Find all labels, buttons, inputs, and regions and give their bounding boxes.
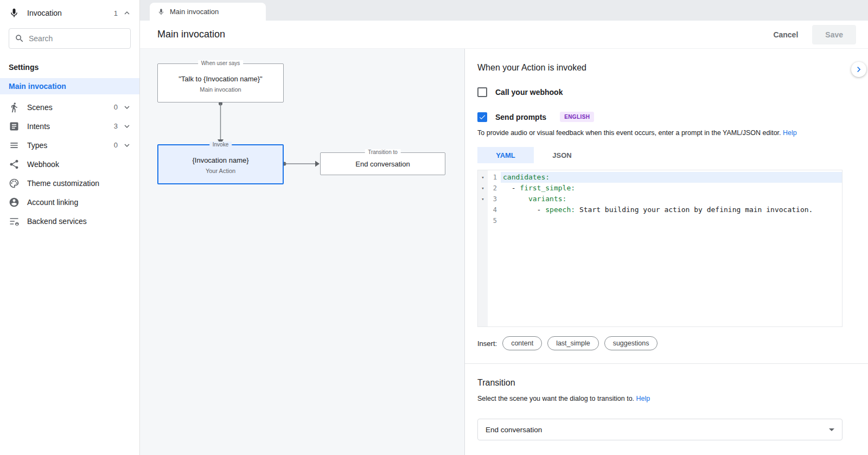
node-invoke[interactable]: Invoke {Invocation name} Your Action bbox=[157, 144, 284, 184]
scenes-count: 0 bbox=[114, 103, 118, 111]
invocation-panel: When your Action is invoked Call your we… bbox=[465, 49, 868, 455]
node-caption: Transition to bbox=[365, 149, 401, 155]
code-text: candidates: bbox=[501, 172, 842, 183]
collapse-panel-button[interactable] bbox=[851, 62, 866, 77]
app-window: Invocation 1 Settings Main invocation Sc… bbox=[0, 0, 868, 455]
chevron-right-icon bbox=[853, 64, 864, 75]
sidebar-webhook-label: Webhook bbox=[27, 160, 59, 169]
chevron-down-icon[interactable] bbox=[122, 121, 132, 131]
tab-label: Main invocation bbox=[170, 8, 219, 16]
insert-suggestions-chip[interactable]: suggestions bbox=[604, 336, 658, 350]
transition-select[interactable]: End conversation bbox=[477, 419, 843, 440]
sidebar-invocation-label: Invocation bbox=[27, 9, 62, 17]
sidebar-item-scenes[interactable]: Scenes 0 bbox=[0, 98, 139, 117]
sidebar-item-main-invocation[interactable]: Main invocation bbox=[0, 78, 139, 94]
account-circle-icon bbox=[9, 197, 20, 208]
sidebar-main-invocation-label: Main invocation bbox=[9, 82, 66, 91]
sidebar-item-backend-services[interactable]: Backend services bbox=[0, 212, 139, 230]
sidebar-item-types[interactable]: Types 0 bbox=[0, 136, 139, 155]
prompt-description-text: To provide audio or visual feedback when… bbox=[477, 129, 781, 137]
sidebar-account-linking-label: Account linking bbox=[27, 198, 78, 207]
tab-yaml[interactable]: YAML bbox=[477, 147, 534, 163]
main-area: Main invocation Main invocation Cancel S… bbox=[140, 0, 868, 455]
node-title: {Invocation name} bbox=[158, 156, 283, 164]
chevron-down-icon[interactable] bbox=[122, 140, 132, 150]
transition-help-link[interactable]: Help bbox=[636, 395, 650, 402]
transition-description: Select the scene you want the dialog to … bbox=[477, 395, 843, 402]
transition-title: Transition bbox=[477, 378, 843, 388]
sidebar-intents-label: Intents bbox=[27, 122, 50, 131]
language-badge: ENGLISH bbox=[560, 112, 594, 122]
node-caption: Invoke bbox=[209, 142, 232, 148]
tab-strip: Main invocation bbox=[140, 0, 868, 21]
insert-last-simple-chip[interactable]: last_simple bbox=[547, 336, 599, 350]
sidebar-item-theme-customization[interactable]: Theme customization bbox=[0, 174, 139, 193]
search-input[interactable] bbox=[29, 34, 125, 43]
intents-count: 3 bbox=[114, 122, 118, 130]
line-number: 2 bbox=[488, 183, 501, 194]
line-number: 4 bbox=[488, 204, 501, 215]
send-prompts-label: Send prompts bbox=[495, 113, 546, 121]
transition-description-text: Select the scene you want the dialog to … bbox=[477, 395, 634, 402]
sidebar-nav-group: Scenes 0 Intents 3 Types 0 bbox=[0, 98, 139, 230]
cancel-button[interactable]: Cancel bbox=[765, 26, 806, 43]
sidebar-theme-label: Theme customization bbox=[27, 179, 99, 188]
search-box bbox=[9, 28, 131, 49]
code-line: 4 - speech: Start building your action b… bbox=[478, 204, 842, 215]
node-subtitle: Your Action bbox=[158, 168, 283, 174]
sidebar-item-account-linking[interactable]: Account linking bbox=[0, 193, 139, 212]
sidebar-backend-services-label: Backend services bbox=[27, 217, 87, 226]
sidebar-item-invocation[interactable]: Invocation 1 bbox=[0, 0, 139, 26]
tab-json[interactable]: JSON bbox=[534, 147, 590, 163]
node-subtitle: Main invocation bbox=[158, 86, 283, 93]
node-title: "Talk to {Invocation name}" bbox=[158, 75, 283, 83]
mic-icon bbox=[157, 8, 165, 16]
intents-document-icon bbox=[9, 121, 20, 132]
insert-row: Insert: content last_simple suggestions bbox=[477, 336, 843, 350]
call-webhook-checkbox[interactable] bbox=[477, 87, 487, 97]
insert-label: Insert: bbox=[477, 339, 497, 348]
settings-group-label: Settings bbox=[0, 57, 139, 78]
code-text bbox=[501, 215, 842, 226]
flow-canvas[interactable]: When user says "Talk to {Invocation name… bbox=[140, 49, 465, 455]
content-area: When user says "Talk to {Invocation name… bbox=[140, 49, 868, 455]
scenes-walk-icon bbox=[9, 102, 20, 113]
fold-icon[interactable]: ▾ bbox=[478, 194, 488, 204]
line-number: 5 bbox=[488, 215, 501, 226]
node-end-conversation[interactable]: Transition to End conversation bbox=[320, 152, 445, 175]
chevron-down-icon[interactable] bbox=[122, 102, 132, 112]
sidebar-scenes-label: Scenes bbox=[27, 103, 53, 112]
help-link[interactable]: Help bbox=[783, 129, 797, 137]
sidebar-item-intents[interactable]: Intents 3 bbox=[0, 117, 139, 136]
code-text: - first_simple: bbox=[501, 183, 842, 194]
search-icon bbox=[15, 34, 24, 43]
types-count: 0 bbox=[114, 141, 118, 149]
line-number: 3 bbox=[488, 194, 501, 204]
code-line: ▾ 1 candidates: bbox=[478, 172, 842, 183]
mic-icon bbox=[9, 8, 20, 18]
node-when-user-says[interactable]: When user says "Talk to {Invocation name… bbox=[157, 63, 284, 102]
yaml-editor[interactable]: ▾ 1 candidates: ▾ 2 - first_simple: ▾ 3 … bbox=[477, 170, 843, 327]
fold-icon bbox=[478, 204, 488, 215]
sidebar-item-webhook[interactable]: Webhook bbox=[0, 155, 139, 174]
dropdown-caret-icon bbox=[829, 428, 834, 431]
fold-icon[interactable]: ▾ bbox=[478, 172, 488, 183]
backend-services-icon bbox=[9, 216, 20, 227]
editor-tabs: YAML JSON bbox=[477, 147, 843, 163]
fold-icon[interactable]: ▾ bbox=[478, 183, 488, 194]
webhook-checkbox-row: Call your webhook bbox=[477, 87, 843, 97]
invocation-count: 1 bbox=[114, 9, 118, 17]
sidebar: Invocation 1 Settings Main invocation Sc… bbox=[0, 0, 140, 455]
save-button[interactable]: Save bbox=[812, 25, 856, 44]
section-divider bbox=[465, 363, 868, 364]
webhook-icon bbox=[9, 159, 20, 170]
fold-icon bbox=[478, 215, 488, 226]
send-prompts-checkbox[interactable] bbox=[477, 112, 487, 122]
code-text: - speech: Start building your action by … bbox=[501, 204, 842, 215]
chevron-up-icon[interactable] bbox=[122, 8, 132, 18]
sidebar-types-label: Types bbox=[27, 141, 47, 150]
tab-main-invocation[interactable]: Main invocation bbox=[150, 3, 266, 21]
call-webhook-label: Call your webhook bbox=[495, 88, 563, 97]
line-number: 1 bbox=[488, 172, 501, 183]
insert-content-chip[interactable]: content bbox=[502, 336, 542, 350]
